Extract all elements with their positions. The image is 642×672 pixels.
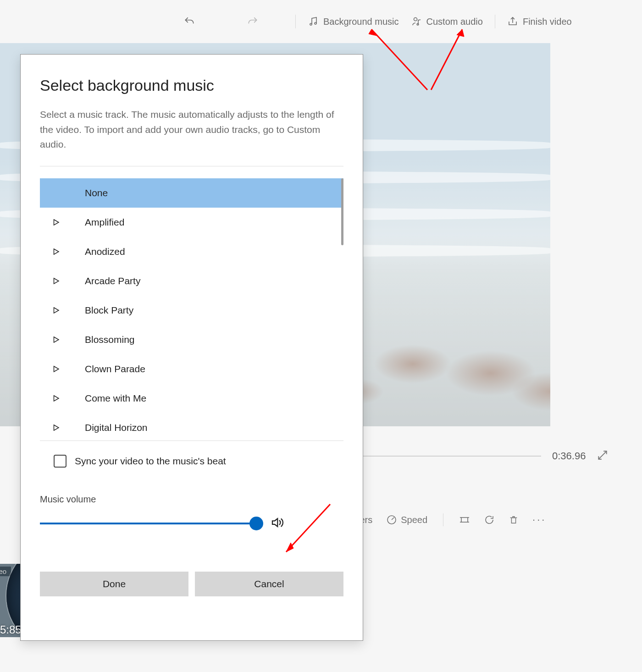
undo-icon	[183, 16, 195, 28]
playback-track[interactable]	[358, 456, 541, 457]
play-icon[interactable]	[52, 276, 62, 286]
play-icon[interactable]	[52, 364, 62, 374]
rotate-icon	[484, 514, 495, 525]
sync-beat-checkbox[interactable]: Sync your video to the music's beat	[40, 455, 343, 468]
clip-badge: nvideo	[0, 567, 11, 576]
svg-point-2	[414, 18, 417, 21]
track-list-scrollbar[interactable]	[341, 178, 343, 245]
undo-button[interactable]	[183, 16, 195, 28]
delete-button[interactable]	[509, 514, 519, 525]
track-item[interactable]: None	[40, 178, 343, 208]
expand-icon	[597, 449, 609, 461]
track-item[interactable]: Arcade Party	[40, 266, 343, 296]
track-label: None	[80, 187, 108, 198]
play-icon[interactable]	[52, 247, 62, 256]
track-item[interactable]: Digital Horizon	[40, 413, 343, 441]
track-label: Anodized	[80, 246, 125, 257]
clip-toolbar: ilters Speed ···	[353, 513, 546, 526]
custom-audio-button[interactable]: Custom audio	[411, 16, 483, 27]
done-button[interactable]: Done	[40, 572, 188, 596]
background-music-button[interactable]: Background music	[308, 16, 399, 27]
play-icon[interactable]	[52, 423, 62, 432]
speed-icon	[386, 514, 397, 525]
volume-slider[interactable]	[40, 523, 256, 524]
top-toolbar: Background music Custom audio Finish vid…	[0, 0, 642, 43]
volume-max-icon	[270, 516, 284, 531]
track-label: Block Party	[80, 305, 133, 316]
playback-time: 0:36.96	[552, 450, 586, 462]
finish-video-label: Finish video	[523, 17, 572, 27]
track-list[interactable]: NoneAmplifiedAnodizedArcade PartyBlock P…	[40, 178, 343, 441]
speed-button[interactable]: Speed	[386, 514, 427, 525]
custom-audio-label: Custom audio	[426, 17, 483, 27]
speed-label: Speed	[401, 515, 427, 525]
track-item[interactable]: Anodized	[40, 237, 343, 266]
background-music-dialog: Select background music Select a music t…	[20, 54, 363, 641]
track-label: Digital Horizon	[80, 422, 148, 433]
redo-icon	[247, 16, 259, 28]
svg-point-3	[417, 23, 419, 25]
dialog-title: Select background music	[40, 77, 343, 94]
track-item[interactable]: Blossoming	[40, 325, 343, 354]
play-icon[interactable]	[52, 394, 62, 403]
toolbar-divider	[295, 15, 296, 28]
track-label: Come with Me	[80, 393, 146, 404]
fullscreen-button[interactable]	[597, 449, 609, 463]
redo-button[interactable]	[247, 16, 259, 28]
track-label: Amplified	[80, 217, 124, 228]
track-label: Arcade Party	[80, 275, 140, 286]
checkbox-icon	[54, 455, 66, 468]
cancel-button[interactable]: Cancel	[195, 572, 343, 596]
clip-duration: 5:85	[0, 623, 22, 636]
crop-icon	[459, 514, 470, 525]
play-icon[interactable]	[52, 306, 62, 315]
export-icon	[507, 16, 518, 27]
dialog-description: Select a music track. The music automati…	[40, 107, 343, 152]
track-label: Clown Parade	[80, 364, 145, 375]
music-note-icon	[308, 16, 319, 27]
svg-point-1	[315, 22, 316, 24]
person-audio-icon	[411, 16, 422, 27]
rotate-button[interactable]	[484, 514, 495, 525]
volume-label: Music volume	[40, 494, 343, 505]
volume-slider-thumb[interactable]	[249, 517, 263, 530]
track-item[interactable]: Amplified	[40, 208, 343, 237]
track-item[interactable]: Block Party	[40, 296, 343, 325]
more-button[interactable]: ···	[532, 514, 546, 526]
more-icon: ···	[532, 514, 546, 526]
background-music-label: Background music	[323, 17, 399, 27]
track-item[interactable]: Come with Me	[40, 384, 343, 413]
trash-icon	[509, 514, 519, 525]
track-item[interactable]: Clown Parade	[40, 354, 343, 384]
track-label: Blossoming	[80, 334, 135, 345]
play-icon[interactable]	[52, 335, 62, 344]
svg-point-0	[310, 23, 312, 25]
svg-rect-5	[461, 518, 468, 522]
finish-video-button[interactable]: Finish video	[507, 16, 572, 27]
play-icon[interactable]	[52, 218, 62, 227]
sync-beat-label: Sync your video to the music's beat	[75, 456, 226, 467]
crop-button[interactable]	[459, 514, 470, 525]
toolbar-divider	[495, 15, 495, 28]
